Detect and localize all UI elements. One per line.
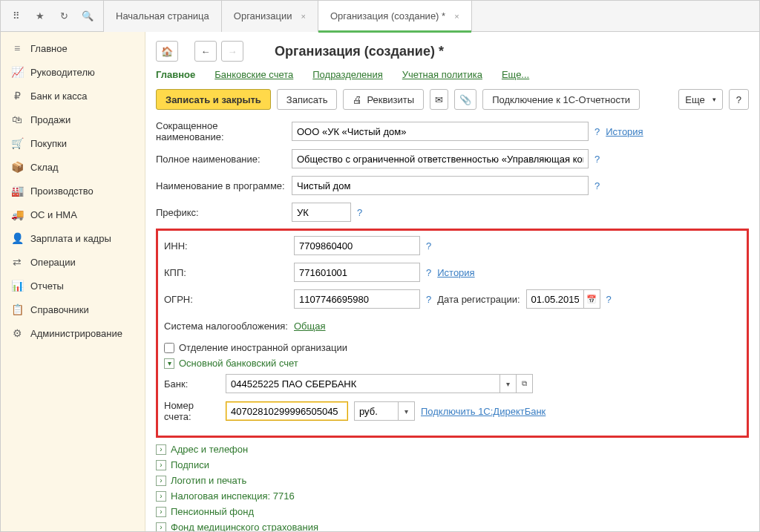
star-icon[interactable]: ★ bbox=[30, 7, 50, 26]
sidebar-item-warehouse[interactable]: 📦Склад bbox=[1, 155, 145, 179]
full-name-input[interactable] bbox=[292, 149, 589, 168]
sidebar-item-assets[interactable]: 🚚ОС и НМА bbox=[1, 203, 145, 226]
help-link[interactable]: ? bbox=[426, 240, 431, 252]
kpp-label: КПП: bbox=[164, 267, 288, 278]
help-link[interactable]: ? bbox=[357, 207, 362, 218]
attach-icon: 📎 bbox=[459, 94, 471, 105]
history-link[interactable]: История bbox=[437, 267, 474, 278]
close-icon[interactable]: × bbox=[454, 12, 459, 21]
direct-bank-link[interactable]: Подключить 1С:ДиректБанк bbox=[421, 406, 546, 417]
sidebar-item-reports[interactable]: 📊Отчеты bbox=[1, 274, 145, 298]
search-icon[interactable]: 🔍 bbox=[78, 7, 97, 26]
sidebar-item-production[interactable]: 🏭Производство bbox=[1, 179, 145, 203]
mail-button[interactable]: ✉ bbox=[430, 89, 448, 110]
menu-icon: ≡ bbox=[11, 42, 23, 54]
tab-orgs[interactable]: Организации× bbox=[222, 1, 318, 32]
connect-1c-button[interactable]: Подключение к 1С-Отчетности bbox=[482, 89, 640, 110]
sub-nav: Главное Банковские счета Подразделения У… bbox=[156, 69, 749, 80]
ruble-icon: ₽ bbox=[11, 90, 23, 102]
factory-icon: 🏭 bbox=[11, 185, 23, 197]
help-link[interactable]: ? bbox=[606, 294, 612, 305]
short-name-label: Сокращенное наименование: bbox=[156, 120, 286, 142]
history-link[interactable]: История bbox=[606, 126, 643, 137]
help-link[interactable]: ? bbox=[594, 154, 600, 165]
subnav-bank[interactable]: Банковские счета bbox=[214, 69, 293, 80]
calendar-icon[interactable]: 📅 bbox=[584, 289, 600, 309]
help-link[interactable]: ? bbox=[594, 180, 600, 191]
apps-icon[interactable]: ⠿ bbox=[7, 7, 26, 26]
attach-button[interactable]: 📎 bbox=[454, 89, 476, 110]
sidebar-item-operations[interactable]: ⇄Операции bbox=[1, 250, 145, 274]
prefix-label: Префикс: bbox=[156, 207, 286, 218]
subnav-main[interactable]: Главное bbox=[156, 69, 195, 80]
sidebar-item-bank[interactable]: ₽Банк и касса bbox=[1, 84, 145, 108]
sidebar-item-hr[interactable]: 👤Зарплата и кадры bbox=[1, 226, 145, 250]
prog-name-input[interactable] bbox=[292, 176, 589, 195]
kpp-input[interactable] bbox=[294, 263, 420, 282]
subnav-dept[interactable]: Подразделения bbox=[312, 69, 383, 80]
expander-address[interactable]: ›Адрес и телефон bbox=[156, 444, 749, 455]
cart-icon: 🛒 bbox=[11, 137, 23, 149]
short-name-input[interactable] bbox=[292, 122, 589, 141]
reg-date-label: Дата регистрации: bbox=[437, 294, 520, 305]
sidebar-item-admin[interactable]: ⚙Администрирование bbox=[1, 321, 145, 345]
back-button[interactable]: ← bbox=[194, 41, 217, 62]
inn-label: ИНН: bbox=[164, 240, 288, 252]
more-button[interactable]: Еще▾ bbox=[678, 89, 722, 110]
toolbar: Записать и закрыть Записать 🖨Реквизиты ✉… bbox=[156, 89, 749, 110]
help-link[interactable]: ? bbox=[426, 294, 431, 305]
help-link[interactable]: ? bbox=[594, 126, 600, 137]
forward-button[interactable]: → bbox=[221, 41, 243, 62]
sidebar-item-manager[interactable]: 📈Руководителю bbox=[1, 60, 145, 84]
expander-pension[interactable]: ›Пенсионный фонд bbox=[156, 506, 749, 517]
print-icon: 🖨 bbox=[353, 94, 362, 105]
mail-icon: ✉ bbox=[435, 94, 443, 105]
foreign-label: Отделение иностранной организации bbox=[179, 342, 347, 353]
prefix-input[interactable] bbox=[292, 203, 351, 222]
sidebar-item-purchases[interactable]: 🛒Покупки bbox=[1, 131, 145, 155]
save-button[interactable]: Записать bbox=[277, 89, 338, 110]
reg-date-input[interactable] bbox=[526, 289, 584, 309]
help-link[interactable]: ? bbox=[426, 267, 431, 278]
ogrn-label: ОГРН: bbox=[164, 294, 288, 305]
expander-tax[interactable]: ›Налоговая инспекция: 7716 bbox=[156, 490, 749, 502]
subnav-more[interactable]: Еще... bbox=[502, 69, 529, 80]
expander-signatures[interactable]: ›Подписи bbox=[156, 459, 749, 470]
currency-input[interactable] bbox=[354, 401, 399, 421]
dropdown-icon[interactable]: ▾ bbox=[399, 401, 415, 421]
sidebar-item-references[interactable]: 📋Справочники bbox=[1, 298, 145, 321]
tab-home[interactable]: Начальная страница bbox=[103, 1, 222, 32]
help-button[interactable]: ? bbox=[729, 89, 749, 110]
account-input[interactable] bbox=[226, 401, 348, 421]
expander-main-bank[interactable]: ▾ Основной банковский счет bbox=[164, 358, 741, 369]
chevron-right-icon: › bbox=[156, 522, 166, 532]
sidebar-item-sales[interactable]: 🛍Продажи bbox=[1, 108, 145, 131]
truck-icon: 🚚 bbox=[11, 208, 23, 220]
chart-icon: 📈 bbox=[11, 66, 23, 78]
box-icon: 📦 bbox=[11, 161, 23, 173]
open-icon[interactable]: ⧉ bbox=[517, 374, 533, 393]
content-area: 🏠 ← → Организация (создание) * Главное Б… bbox=[145, 32, 759, 531]
sidebar-item-main[interactable]: ≡Главное bbox=[1, 36, 145, 60]
inn-input[interactable] bbox=[294, 236, 420, 255]
expander-logo[interactable]: ›Логотип и печать bbox=[156, 475, 749, 486]
sidebar: ≡Главное 📈Руководителю ₽Банк и касса 🛍Пр… bbox=[1, 32, 145, 531]
tab-org-create[interactable]: Организация (создание) *× bbox=[318, 1, 472, 32]
bank-input[interactable] bbox=[226, 374, 500, 393]
history-icon[interactable]: ↻ bbox=[54, 7, 73, 26]
dropdown-icon[interactable]: ▾ bbox=[500, 374, 517, 393]
home-button[interactable]: 🏠 bbox=[156, 41, 178, 62]
bank-label: Банк: bbox=[164, 378, 220, 390]
top-tab-bar: ⠿ ★ ↻ 🔍 Начальная страница Организации× … bbox=[1, 1, 759, 32]
foreign-checkbox[interactable] bbox=[164, 343, 174, 353]
save-close-button[interactable]: Записать и закрыть bbox=[156, 89, 271, 110]
ogrn-input[interactable] bbox=[294, 289, 420, 309]
tax-sys-link[interactable]: Общая bbox=[294, 321, 326, 332]
chevron-down-icon: ▾ bbox=[164, 358, 174, 369]
subnav-policy[interactable]: Учетная политика bbox=[402, 69, 482, 80]
close-icon[interactable]: × bbox=[301, 12, 305, 21]
expander-medical[interactable]: ›Фонд медицинского страхования bbox=[156, 522, 749, 531]
gear-icon: ⚙ bbox=[11, 327, 23, 339]
acct-label: Номер счета: bbox=[164, 400, 220, 422]
requisites-button[interactable]: 🖨Реквизиты bbox=[343, 89, 424, 110]
